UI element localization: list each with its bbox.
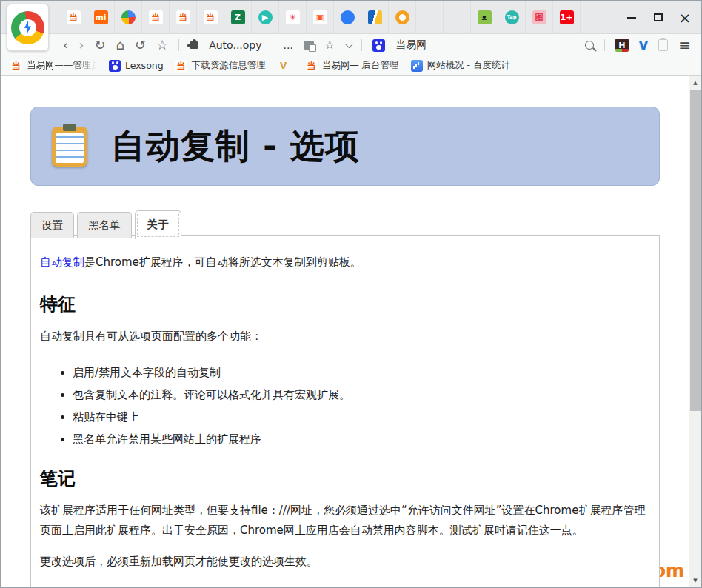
about-panel: 自动复制是Chrome扩展程序，可自动将所选文本复制到剪贴板。 特征 自动复制具… — [30, 235, 660, 588]
browser-tab-tu-pink[interactable]: 图 — [526, 1, 553, 34]
tab-favicon: ᴥ — [478, 10, 492, 24]
browser-tab-green-bug[interactable]: ᴥ — [471, 1, 498, 34]
browser-tab-taptap[interactable]: Tap — [498, 1, 526, 34]
tab-favicon: Z — [231, 10, 245, 24]
bookmark-favicon — [411, 60, 423, 72]
chrome-lightning-icon — [11, 11, 44, 44]
bookmark-favicon — [109, 60, 121, 72]
browser-tab-downyi-3[interactable]: 当 — [170, 1, 197, 34]
chevron-down-icon[interactable] — [345, 40, 353, 48]
browser-tab-downyi-4[interactable]: 当 — [197, 1, 224, 34]
tab-favicon: 当 — [176, 10, 190, 24]
browser-tab-oneplus[interactable]: 1+ — [553, 1, 581, 34]
reload-button[interactable]: ↻ — [94, 39, 105, 52]
browser-tab-z-green[interactable]: Z — [224, 1, 252, 34]
tab-favicon: ▣ — [313, 10, 327, 24]
browser-tabs: 当 mi 当 当 当 Z ▶ ✳ ▣ SHX ᴥ — [60, 1, 581, 34]
options-tab-label: 黑名单 — [88, 219, 121, 231]
notes-paragraph-1: 该扩展程序适用于任何网址类型，但要支持file：///网址，您必须通过选中“允许… — [40, 501, 647, 542]
browser-tab-shx-file[interactable]: SHX — [444, 1, 471, 34]
address-ellipsis: ... — [284, 39, 293, 51]
site-favicon-baidu — [372, 39, 385, 52]
feature-item: 黑名单允许禁用某些网站上的扩展程序 — [73, 432, 647, 447]
browser-tab-blue-yellow-split[interactable] — [361, 1, 389, 34]
favorite-star-button[interactable]: ☆ — [156, 39, 168, 52]
bookmark-downyi-backend[interactable]: 当 当易网— 后台管理 — [302, 58, 403, 73]
tab-favicon — [368, 10, 382, 24]
browser-tab-blue-ball[interactable] — [334, 1, 361, 34]
address-extension-title[interactable]: Auto...opy — [209, 39, 261, 51]
browser-tabstrip: 当 mi 当 当 当 Z ▶ ✳ ▣ SHX ᴥ — [1, 1, 701, 34]
browser-tab-pinwheel[interactable] — [115, 1, 142, 34]
bookmark-download-res[interactable]: 当 下载资源信息管理 — [172, 58, 270, 73]
home-button[interactable]: ⌂ — [116, 39, 124, 52]
browser-tab-play-teal[interactable]: ▶ — [252, 1, 279, 34]
bookmark-downyi-admin[interactable]: 当 当易网——管理员登 — [7, 58, 101, 73]
extension-h-button[interactable]: H — [615, 39, 629, 52]
tab-favicon: Tap — [505, 10, 519, 24]
bookmark-page-star[interactable]: ☆ — [324, 39, 335, 51]
tab-favicon: 当 — [204, 10, 218, 24]
forward-button[interactable]: › — [78, 39, 84, 52]
feature-item: 包含复制文本的注释。评论可以格式化并具有宏观扩展。 — [73, 387, 647, 402]
options-tab-about[interactable]: 关于 — [135, 210, 181, 239]
features-heading: 特征 — [40, 293, 647, 316]
features-list: 启用/禁用文本字段的自动复制包含复制文本的注释。评论可以格式化并具有宏观扩展。粘… — [40, 365, 647, 447]
tab-favicon: mi — [94, 10, 108, 24]
minimize-button[interactable] — [618, 1, 645, 34]
tab-favicon: 图 — [532, 10, 546, 24]
vertical-scrollbar[interactable]: ▲ ▼ — [689, 76, 701, 587]
browser-tab-xiaomi[interactable]: mi — [87, 1, 115, 34]
maximize-button[interactable] — [645, 1, 672, 34]
close-button[interactable]: × — [672, 1, 698, 34]
page-title: 自动复制 - 选项 — [111, 124, 360, 170]
options-banner: 自动复制 - 选项 — [30, 107, 660, 186]
browser-tab-red-flower[interactable]: ✳ — [279, 1, 307, 34]
page-content: 自动复制 - 选项 设置 黑名单 关于 自动复制是Chrome扩展程序，可自动将… — [1, 76, 701, 587]
autocopy-link[interactable]: 自动复制 — [40, 255, 84, 269]
browser-tab-downyi-2[interactable]: 当 — [142, 1, 170, 34]
search-icon[interactable] — [585, 41, 594, 50]
browser-tab-downyi-1[interactable]: 当 — [60, 1, 87, 34]
notes-paragraph-2: 更改选项后，必须重新加载网页才能使更改的选项生效。 — [40, 552, 647, 572]
options-tab-label: 关于 — [147, 218, 169, 230]
bookmark-favicon: 当 — [176, 60, 187, 72]
tab-favicon: 当 — [149, 10, 163, 24]
current-site-title[interactable]: 当易网 — [395, 39, 427, 52]
browser-tab-blank-page[interactable] — [416, 1, 444, 34]
scrollbar-thumb[interactable] — [690, 90, 701, 411]
options-tab-blacklist[interactable]: 黑名单 — [77, 212, 132, 238]
minimize-icon — [627, 17, 636, 19]
tab-favicon — [341, 10, 355, 24]
clipboard-emoji-icon — [52, 127, 87, 167]
intro-text: 是Chrome扩展程序，可自动将所选文本复制到剪贴板。 — [84, 255, 361, 269]
translate-icon[interactable] — [304, 41, 314, 50]
scroll-down-arrow[interactable]: ▼ — [689, 575, 701, 587]
menu-hamburger-button[interactable]: ≡ — [678, 36, 691, 54]
divider — [178, 39, 179, 51]
options-tab-settings[interactable]: 设置 — [30, 212, 74, 238]
browser-logo-button[interactable] — [7, 4, 49, 51]
back-button[interactable]: ‹ — [63, 39, 68, 52]
bookmark-baidu-tongji[interactable]: 网站概况 - 百度统计 — [407, 58, 514, 73]
features-lead: 自动复制具有可从选项页面配置的多个功能： — [40, 327, 647, 347]
bookmark-favicon: V — [278, 60, 290, 72]
close-icon: × — [679, 10, 692, 25]
extension-v-button[interactable]: V — [639, 39, 648, 53]
browser-tab-orange-door[interactable]: ▣ — [307, 1, 334, 34]
tab-favicon: 当 — [67, 10, 81, 24]
scroll-up-arrow[interactable]: ▲ — [689, 77, 701, 89]
tab-favicon: ▶ — [258, 10, 273, 24]
bookmark-favicon: 当 — [10, 60, 22, 72]
undo-button[interactable]: ↺ — [135, 39, 146, 52]
divider — [361, 39, 362, 51]
tab-favicon — [395, 10, 410, 24]
browser-tab-orange-donut[interactable] — [389, 1, 416, 34]
bookmark-label: 当易网— 后台管理 — [322, 59, 399, 72]
feature-item: 启用/禁用文本字段的自动复制 — [73, 365, 647, 380]
bookmark-lexsong[interactable]: Lexsong — [105, 59, 167, 73]
clipboard-icon[interactable] — [658, 39, 668, 51]
tab-favicon — [121, 10, 136, 24]
bookmark-v-site[interactable]: V — [274, 59, 298, 73]
extension-puzzle-icon — [190, 41, 198, 49]
